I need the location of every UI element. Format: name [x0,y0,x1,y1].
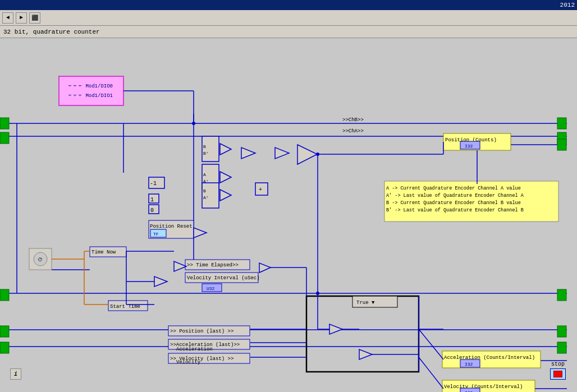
svg-rect-98 [557,132,566,144]
svg-rect-39 [29,248,52,270]
svg-rect-59 [168,353,250,363]
stop-label: stop [551,361,565,367]
label-bar: 32 bit, quadrature counter [0,26,577,38]
svg-point-66 [192,122,195,125]
svg-marker-65 [359,349,372,359]
svg-marker-64 [329,324,342,334]
toolbar-btn-stop[interactable]: ⬛ [29,12,40,24]
svg-marker-52 [154,276,167,287]
svg-rect-29 [149,177,164,188]
svg-text:B: B [203,144,206,149]
toolbar-btn-forward[interactable]: ► [16,12,27,24]
svg-text:I32: I32 [465,362,473,367]
svg-rect-55 [168,326,250,336]
svg-text:A  -> Current Quadrature Encod: A -> Current Quadrature Encoder Channel … [386,186,521,191]
svg-text:U32: U32 [207,286,215,291]
svg-text:B  -> Current Quadrature Encod: B -> Current Quadrature Encoder Channel … [386,200,521,206]
svg-line-117 [419,357,443,389]
svg-text:⏱: ⏱ [38,257,43,263]
year-label: 2012 [560,2,575,8]
svg-rect-69 [443,133,511,150]
svg-line-116 [419,329,443,359]
svg-text:Start Time: Start Time [110,304,140,310]
svg-text:B': B' [203,151,209,156]
svg-rect-99 [557,139,566,150]
svg-rect-34 [149,220,194,238]
svg-text:>> Position (last)  >>: >> Position (last) >> [170,329,233,334]
title-bar: 2012 [0,0,577,10]
svg-rect-57 [168,339,250,349]
svg-text:B: B [203,188,206,193]
stop-indicator[interactable] [550,368,566,380]
svg-text:>>ChA>>: >>ChA>> [342,128,364,134]
svg-text:True ▼: True ▼ [356,300,375,306]
diagram-area: B B' A A' B A' + -1 1 0 Position Reset [0,38,577,392]
svg-text:A': A' [203,179,209,184]
svg-rect-97 [557,118,566,129]
svg-rect-46 [185,273,258,283]
svg-rect-100 [557,289,566,301]
svg-text:Velocity: Velocity [176,359,201,365]
neg1-label: -1 [150,181,157,187]
svg-text:⫟⫟⫟ Mod1/DIO1: ⫟⫟⫟ Mod1/DIO1 [67,93,113,99]
svg-text:>>ChB>>: >>ChB>> [342,117,364,123]
svg-text:A: A [203,172,206,177]
svg-rect-17 [202,164,219,190]
svg-marker-51 [259,263,271,273]
svg-point-40 [34,252,47,266]
svg-rect-32 [149,205,159,214]
svg-rect-14 [202,136,219,162]
svg-text:Position (Counts): Position (Counts) [445,137,497,143]
toolbar-btn-back[interactable]: ◄ [2,12,13,24]
svg-text:B' -> Last value of Quadrature: B' -> Last value of Quadrature Encoder C… [386,207,524,213]
svg-marker-24 [220,172,231,183]
svg-rect-20 [202,183,219,208]
diagram-svg: B B' A A' B A' + -1 1 0 Position Reset [0,38,577,392]
svg-marker-12 [241,147,255,159]
svg-text:A': A' [203,195,209,200]
svg-rect-79 [442,380,535,392]
toolbar: ◄ ► ⬛ [0,10,577,26]
svg-rect-77 [460,359,480,367]
stop-button-area: stop [550,361,566,380]
svg-text:0: 0 [150,207,154,214]
svg-rect-42 [90,247,126,257]
svg-rect-44 [185,260,250,270]
svg-point-67 [316,153,319,156]
svg-rect-62 [352,296,397,307]
svg-rect-92 [0,118,9,129]
svg-text:1: 1 [150,197,154,203]
svg-text:Acceleration: Acceleration [176,347,213,352]
svg-rect-94 [0,289,9,301]
svg-text:TF: TF [153,232,159,237]
svg-rect-61 [306,296,419,372]
label-bar-text: 32 bit, quadrature counter [3,29,100,35]
svg-marker-38 [194,228,207,238]
svg-rect-81 [460,388,480,392]
svg-rect-48 [202,284,222,292]
svg-rect-71 [460,141,480,149]
svg-rect-95 [0,326,9,337]
svg-rect-36 [150,229,166,237]
svg-marker-23 [220,144,231,155]
svg-text:Velocity (Counts/Interval): Velocity (Counts/Interval) [444,384,523,390]
svg-rect-75 [442,351,541,368]
svg-marker-50 [174,261,186,271]
svg-text:>>Acceleration (last)>>: >>Acceleration (last)>> [170,342,240,348]
svg-point-68 [316,292,319,295]
svg-text:Position Reset: Position Reset [150,224,193,229]
svg-text:Velocity Interval (uSec): Velocity Interval (uSec) [187,275,260,281]
svg-rect-26 [255,183,268,195]
info-icon: i [10,368,21,380]
svg-rect-96 [0,342,9,353]
svg-marker-13 [275,147,289,159]
svg-marker-25 [220,190,231,201]
svg-rect-102 [557,342,566,353]
svg-text:A' -> Last value of Quadrature: A' -> Last value of Quadrature Encoder C… [386,193,524,199]
svg-rect-53 [108,301,148,311]
svg-rect-85 [384,181,558,222]
stop-red-btn[interactable] [553,371,562,377]
svg-rect-0 [59,76,123,105]
svg-text:+: + [259,187,262,193]
svg-rect-101 [557,326,566,337]
